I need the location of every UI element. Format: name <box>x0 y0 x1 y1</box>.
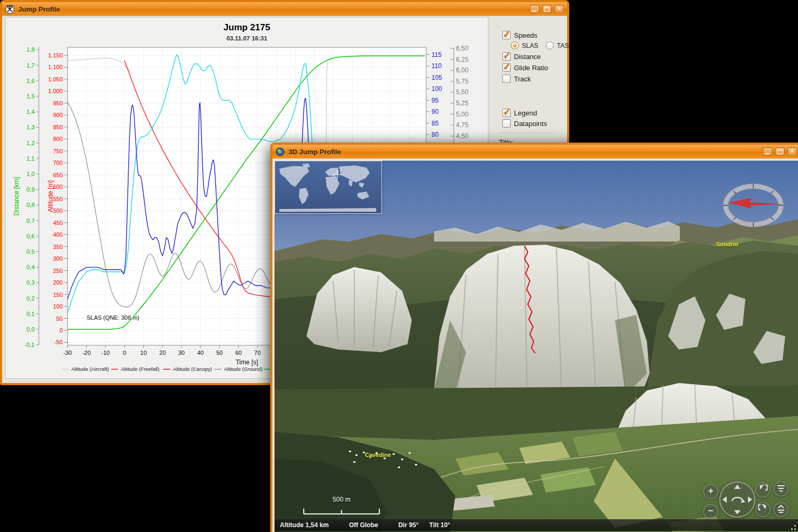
svg-text:0,2: 0,2 <box>27 295 35 302</box>
pan-left-icon <box>722 496 727 503</box>
svg-text:1,6: 1,6 <box>27 78 35 84</box>
datapoints-label: Datapoints <box>514 120 547 128</box>
svg-text:0,4: 0,4 <box>27 264 35 270</box>
svg-text:115: 115 <box>431 51 442 59</box>
svg-text:4,50: 4,50 <box>456 132 469 140</box>
chart-title: Jump 2175 <box>223 22 270 32</box>
svg-text:1.000: 1.000 <box>48 88 63 94</box>
radio-tas[interactable] <box>546 41 554 49</box>
svg-text:950: 950 <box>53 100 63 106</box>
world-map-inset[interactable] <box>275 161 382 214</box>
legend-label: Legend <box>514 109 537 117</box>
svg-text:4,75: 4,75 <box>456 121 469 129</box>
svg-text:90: 90 <box>431 108 439 115</box>
jump-profile-titlebar[interactable]: Jump Profile × <box>2 2 567 16</box>
svg-text:100: 100 <box>431 85 442 93</box>
svg-text:-10: -10 <box>101 350 110 356</box>
3d-titlebar[interactable]: 3D Jump Profile × <box>272 145 798 159</box>
datapoints-checkbox[interactable] <box>502 119 511 128</box>
glide-ratio-label: Glide Ratio <box>514 64 548 72</box>
status-globe-mode: Off Globe <box>349 521 378 529</box>
svg-text:300: 300 <box>53 255 63 262</box>
speeds-label: Speeds <box>514 31 537 39</box>
chart-subtitle: 03.11.07 16:31 <box>227 35 268 41</box>
svg-text:10: 10 <box>140 350 147 356</box>
svg-text:550: 550 <box>53 196 63 202</box>
svg-text:1,0: 1,0 <box>27 171 35 177</box>
svg-text:0,3: 0,3 <box>27 279 35 286</box>
svg-text:0,0: 0,0 <box>27 326 35 332</box>
svg-text:-30: -30 <box>63 350 72 356</box>
svg-text:750: 750 <box>53 148 63 154</box>
pan-control[interactable] <box>719 481 755 518</box>
svg-text:5,75: 5,75 <box>456 78 469 85</box>
tilt-down-button[interactable] <box>774 481 788 496</box>
svg-text:1,7: 1,7 <box>27 62 35 69</box>
panel-separator <box>499 133 554 134</box>
scale-bar: 500 m <box>303 496 380 517</box>
svg-text:0,7: 0,7 <box>27 218 35 224</box>
svg-text:0,8: 0,8 <box>27 202 35 208</box>
svg-text:250: 250 <box>53 268 63 274</box>
window-title: Jump Profile <box>18 5 60 13</box>
svg-text:5,00: 5,00 <box>456 111 469 118</box>
status-altitude: Altitude 1,54 km <box>280 521 329 529</box>
svg-text:1.100: 1.100 <box>48 64 63 70</box>
chart-annotation: SLAS (QNE: 308 m) <box>87 314 139 321</box>
svg-text:95: 95 <box>431 97 439 104</box>
svg-text:650: 650 <box>53 172 63 178</box>
radio-slas[interactable] <box>511 41 519 49</box>
legend-label: Altitude (Canopy) <box>173 366 212 372</box>
orbit-icon <box>730 494 745 505</box>
svg-text:1,1: 1,1 <box>27 155 35 162</box>
svg-text:105: 105 <box>431 74 442 81</box>
rotate-ccw-button[interactable] <box>755 483 770 497</box>
status-bar: Altitude 1,54 km Off Globe Dir 95° Tilt … <box>275 519 798 531</box>
resize-grip[interactable] <box>789 523 796 530</box>
close-button[interactable]: × <box>787 147 797 156</box>
globe-icon <box>276 147 285 156</box>
distance-label: Distance <box>514 53 541 61</box>
svg-text:900: 900 <box>53 112 63 118</box>
tilt-reset-button[interactable] <box>774 502 788 517</box>
svg-text:1,5: 1,5 <box>27 93 35 99</box>
maximize-button[interactable] <box>775 147 785 156</box>
svg-text:0,9: 0,9 <box>27 186 35 193</box>
place-label-sondrio: Sondrio <box>716 241 738 247</box>
maximize-button[interactable] <box>542 5 552 13</box>
svg-text:0,6: 0,6 <box>27 233 35 239</box>
distance-checkbox[interactable] <box>502 52 511 61</box>
svg-text:0,5: 0,5 <box>27 248 35 255</box>
svg-text:6,50: 6,50 <box>456 45 469 52</box>
legend-label: Altitude (Freefall) <box>121 366 159 372</box>
pan-up-icon <box>734 485 741 489</box>
rotate-ccw-icon <box>758 485 768 494</box>
track-checkbox[interactable] <box>502 74 511 83</box>
zoom-in-button[interactable]: + <box>703 484 718 499</box>
close-button[interactable]: × <box>554 5 564 13</box>
svg-text:-50: -50 <box>54 339 63 345</box>
3d-jump-profile-window: 3D Jump Profile × <box>270 143 798 532</box>
svg-text:-0,1: -0,1 <box>24 342 35 348</box>
glide-ratio-checkbox[interactable] <box>502 63 511 72</box>
svg-text:30: 30 <box>178 350 185 356</box>
legend-checkbox[interactable] <box>502 109 511 117</box>
terrain-viewport[interactable]: Sondrio Cavedine 500 m + − <box>275 161 798 532</box>
paralog-app-icon <box>5 5 14 14</box>
svg-text:5,50: 5,50 <box>456 88 469 96</box>
speeds-checkbox[interactable] <box>502 31 511 39</box>
svg-text:1.150: 1.150 <box>48 52 63 59</box>
svg-text:80: 80 <box>431 131 439 138</box>
zoom-out-button[interactable]: − <box>703 504 718 519</box>
svg-text:70: 70 <box>254 350 261 356</box>
svg-text:0: 0 <box>123 350 126 356</box>
svg-text:800: 800 <box>53 136 63 142</box>
svg-text:1,8: 1,8 <box>27 46 35 53</box>
svg-text:50: 50 <box>216 350 222 356</box>
svg-text:1,4: 1,4 <box>27 109 35 115</box>
minimize-button[interactable] <box>763 147 772 156</box>
svg-text:0: 0 <box>60 327 63 334</box>
minimize-button[interactable] <box>530 5 539 13</box>
rotate-cw-button[interactable] <box>755 502 770 517</box>
svg-text:100: 100 <box>53 303 63 310</box>
